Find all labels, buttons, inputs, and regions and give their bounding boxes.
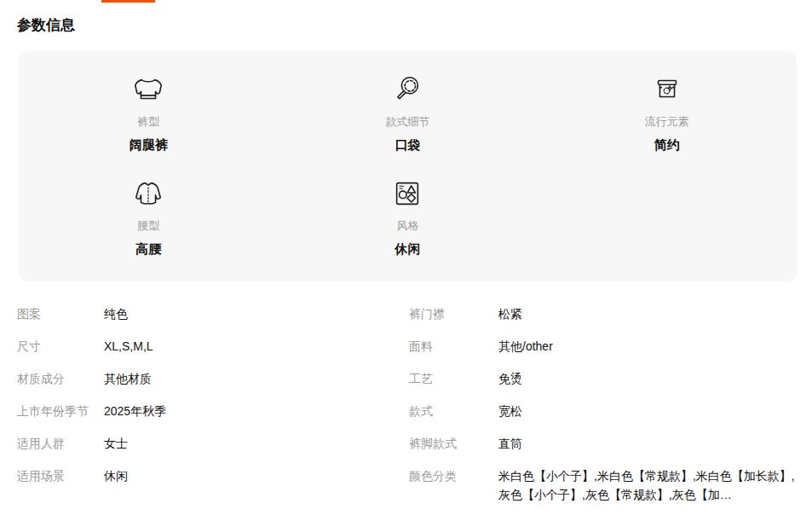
spec-row: 工艺 免烫 [409,369,795,388]
spec-label: 尺寸 [17,337,104,356]
spec-label: 裤门襟 [409,304,498,323]
spec-row: 面料 其他/other [409,337,795,356]
spec-label: 面料 [409,337,498,356]
spec-value: 其他/other [498,337,553,356]
feature-label: 风格 [396,218,418,233]
spec-value: 2025年秋季 [104,402,166,420]
spec-value: 纯色 [104,304,128,323]
spec-value: 米白色【小个子】,米白色【常规款】,米白色【加长款】,灰色【小个子】,灰色【常规… [498,466,795,504]
spec-row: 适用人群 女士 [17,434,409,453]
feature-value: 高腰 [135,240,161,258]
feature-value: 口袋 [394,136,420,153]
feature-value: 休闲 [394,240,420,258]
spec-column-left: 图案 纯色 尺寸 XL,S,M,L 材质成分 其他材质 上市年份季节 2025年… [17,304,409,518]
spec-row: 上市年份季节 2025年秋季 [17,402,409,420]
spec-row: 材质成分 其他材质 [17,369,409,388]
active-tab-indicator [101,0,155,3]
feature-item-style-detail: 款式细节 口袋 [278,73,537,153]
spec-value: 女士 [104,434,128,453]
spec-row: 裤脚款式 直筒 [409,434,795,453]
spec-label: 颜色分类 [409,466,498,485]
feature-item-waist-type: 腰型 高腰 [19,177,278,258]
spec-label: 适用场景 [17,466,104,485]
feature-value: 阔腿裤 [130,136,168,153]
feature-item-style: 风格 休闲 [278,177,537,258]
spec-label: 款式 [409,402,498,420]
spec-value: 松紧 [498,304,522,323]
spec-value: 休闲 [104,466,128,485]
section-header: 参数信息 [0,0,812,36]
feature-label: 裤型 [137,114,159,129]
spec-value: 宽松 [498,402,522,420]
shapes-grid-icon [391,177,423,210]
spec-row: 适用场景 休闲 [17,466,409,485]
spec-label: 适用人群 [17,434,104,453]
spec-value: 直筒 [498,434,522,453]
spec-label: 工艺 [409,369,498,388]
spec-value: XL,S,M,L [104,337,153,356]
magnifier-icon [391,73,423,106]
spec-row: 颜色分类 米白色【小个子】,米白色【常规款】,米白色【加长款】,灰色【小个子】,… [409,466,795,504]
feature-label: 流行元素 [645,114,689,129]
params-panel: 裤型 阔腿裤 款式细节 口袋 流行元素 简约 [19,51,797,281]
spec-label: 裤脚款式 [409,434,498,453]
spec-value: 免烫 [498,369,522,388]
spec-label: 图案 [17,304,104,323]
feature-label: 款式细节 [385,114,429,129]
spec-row: 款式 宽松 [409,402,795,420]
page-title: 参数信息 [17,15,795,36]
sweater-icon [132,73,164,106]
feature-item-pants-type: 裤型 阔腿裤 [19,73,278,153]
feature-item-trend-element: 流行元素 简约 [538,73,797,153]
spec-row: 裤门襟 松紧 [409,304,795,323]
feature-label: 腰型 [137,218,159,233]
spec-table: 图案 纯色 尺寸 XL,S,M,L 材质成分 其他材质 上市年份季节 2025年… [0,281,812,518]
jacket-icon [132,177,164,210]
spec-label: 上市年份季节 [17,402,104,420]
spec-column-right: 裤门襟 松紧 面料 其他/other 工艺 免烫 款式 宽松 裤脚款式 直筒 颜… [409,304,795,518]
feature-value: 简约 [654,136,680,153]
spec-row: 图案 纯色 [17,304,409,323]
spec-value: 其他材质 [104,369,152,388]
spec-label: 材质成分 [17,369,104,388]
spec-row: 尺寸 XL,S,M,L [17,337,409,356]
storage-box-icon [651,73,683,106]
